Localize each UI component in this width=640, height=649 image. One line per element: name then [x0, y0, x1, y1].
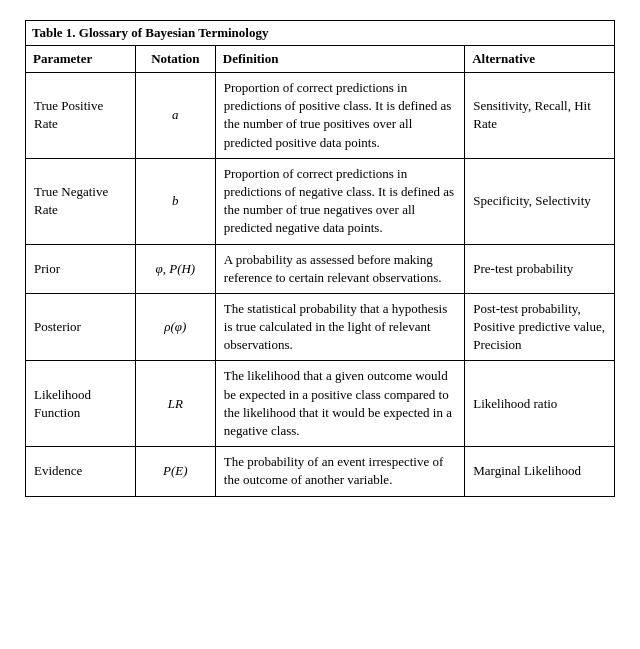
cell-alternative: Marginal Likelihood — [465, 447, 615, 496]
table-row: True Positive RateaProportion of correct… — [26, 73, 615, 159]
cell-definition: A probability as assessed before making … — [215, 244, 464, 293]
header-alternative: Alternative — [465, 46, 615, 73]
header-definition: Definition — [215, 46, 464, 73]
cell-parameter: Prior — [26, 244, 136, 293]
cell-notation: LR — [135, 361, 215, 447]
cell-definition: The probability of an event irrespective… — [215, 447, 464, 496]
header-parameter: Parameter — [26, 46, 136, 73]
cell-parameter: Evidence — [26, 447, 136, 496]
cell-alternative: Post-test probability, Positive predicti… — [465, 293, 615, 361]
cell-notation: ρ(φ) — [135, 293, 215, 361]
cell-definition: Proportion of correct predictions in pre… — [215, 73, 464, 159]
cell-alternative: Specificity, Selectivity — [465, 158, 615, 244]
cell-notation: φ, P(H) — [135, 244, 215, 293]
glossary-table: Parameter Notation Definition Alternativ… — [25, 45, 615, 497]
table-title: Table 1. Glossary of Bayesian Terminolog… — [25, 20, 615, 45]
cell-notation: a — [135, 73, 215, 159]
table-row: EvidenceP(E)The probability of an event … — [26, 447, 615, 496]
cell-parameter: True Negative Rate — [26, 158, 136, 244]
table-row: Likelihood FunctionLRThe likelihood that… — [26, 361, 615, 447]
cell-alternative: Pre-test probability — [465, 244, 615, 293]
header-notation: Notation — [135, 46, 215, 73]
header-row: Parameter Notation Definition Alternativ… — [26, 46, 615, 73]
cell-definition: Proportion of correct predictions in pre… — [215, 158, 464, 244]
cell-parameter: Likelihood Function — [26, 361, 136, 447]
cell-notation: b — [135, 158, 215, 244]
cell-alternative: Sensitivity, Recall, Hit Rate — [465, 73, 615, 159]
cell-alternative: Likelihood ratio — [465, 361, 615, 447]
cell-definition: The statistical probability that a hypot… — [215, 293, 464, 361]
table-row: True Negative RatebProportion of correct… — [26, 158, 615, 244]
cell-notation: P(E) — [135, 447, 215, 496]
table-row: Priorφ, P(H)A probability as assessed be… — [26, 244, 615, 293]
table-row: Posteriorρ(φ)The statistical probability… — [26, 293, 615, 361]
cell-parameter: Posterior — [26, 293, 136, 361]
cell-parameter: True Positive Rate — [26, 73, 136, 159]
table-wrapper: Table 1. Glossary of Bayesian Terminolog… — [25, 20, 615, 497]
cell-definition: The likelihood that a given outcome woul… — [215, 361, 464, 447]
